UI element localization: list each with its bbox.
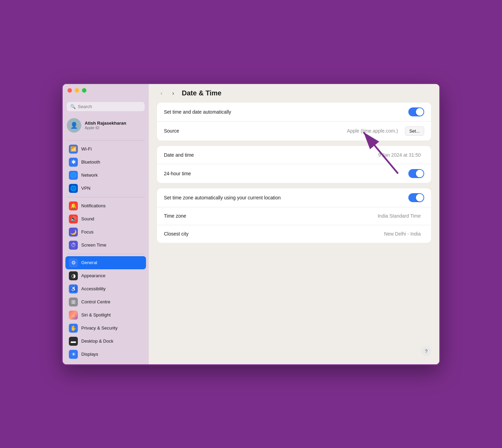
main-content-area: ‹ › Date & Time Set time and date automa… bbox=[149, 84, 439, 364]
general-icon: ⚙ bbox=[69, 258, 78, 267]
search-input[interactable] bbox=[78, 104, 141, 109]
24hour-right bbox=[408, 169, 424, 178]
privacy-icon: ✋ bbox=[69, 324, 78, 333]
timezone-card: Set time zone automatically using your c… bbox=[157, 188, 431, 243]
auto-timezone-right bbox=[408, 193, 424, 202]
siri-icon: ⬦ bbox=[69, 311, 78, 320]
minimize-button[interactable] bbox=[75, 88, 79, 93]
date-time-row: Date and time 9 Jan 2024 at 31:50 bbox=[157, 146, 431, 164]
closest-city-right: New Delhi - India bbox=[384, 231, 424, 237]
sidebar-item-label: Screen Time bbox=[81, 242, 106, 248]
user-name: Atish Rajasekharan bbox=[85, 121, 126, 126]
controlcentre-icon: ⊞ bbox=[69, 298, 78, 306]
maximize-button[interactable] bbox=[82, 88, 86, 93]
set-button[interactable]: Set... bbox=[405, 126, 424, 136]
24hour-label: 24-hour time bbox=[164, 171, 191, 176]
sidebar-item-desktop[interactable]: ▬ Desktop & Dock bbox=[65, 335, 146, 348]
user-subtitle: Apple ID bbox=[85, 126, 126, 130]
source-right: Apple (time.apple.com.) Set... bbox=[347, 126, 424, 136]
sidebar-section-network: 📶 Wi-Fi ✱ Bluetooth 🌐 Network 🌐 VPN bbox=[63, 143, 149, 195]
sidebar-item-appearance[interactable]: ◑ Appearance bbox=[65, 269, 146, 282]
desktop-icon: ▬ bbox=[69, 337, 78, 346]
search-bar[interactable]: 🔍 bbox=[67, 102, 145, 111]
closest-city-label: Closest city bbox=[164, 231, 189, 237]
settings-content: Set time and date automatically Source A… bbox=[149, 103, 439, 364]
sidebar-item-label: Network bbox=[81, 173, 98, 178]
sidebar-item-label: Focus bbox=[81, 229, 93, 235]
screentime-icon: ⏱ bbox=[69, 241, 78, 250]
avatar: 👤 bbox=[67, 118, 81, 133]
forward-button[interactable]: › bbox=[169, 89, 178, 98]
displays-icon: ☀ bbox=[69, 350, 78, 359]
24hour-row: 24-hour time bbox=[157, 164, 431, 183]
sidebar-item-focus[interactable]: 🌙 Focus bbox=[65, 226, 146, 239]
sidebar-item-label: Control Centre bbox=[81, 299, 111, 304]
date-time-card: Date and time 9 Jan 2024 at 31:50 24-hou… bbox=[157, 146, 431, 183]
bluetooth-icon: ✱ bbox=[69, 158, 78, 167]
close-button[interactable] bbox=[67, 88, 72, 93]
sidebar-item-label: Wi-Fi bbox=[81, 146, 92, 152]
sidebar-item-privacy[interactable]: ✋ Privacy & Security bbox=[65, 322, 146, 335]
closest-city-value: New Delhi - India bbox=[384, 231, 421, 237]
sidebar-item-label: Privacy & Security bbox=[81, 325, 117, 331]
date-time-right: 9 Jan 2024 at 31:50 bbox=[378, 152, 424, 158]
source-value: Apple (time.apple.com.) bbox=[347, 128, 398, 134]
sidebar-item-siri[interactable]: ⬦ Siri & Spotlight bbox=[65, 309, 146, 322]
sidebar-item-label: Appearance bbox=[81, 273, 105, 278]
sidebar-item-notifications[interactable]: 🔔 Notifications bbox=[65, 199, 146, 212]
sidebar-item-displays[interactable]: ☀ Displays bbox=[65, 348, 146, 361]
sidebar-item-wifi[interactable]: 📶 Wi-Fi bbox=[65, 143, 146, 156]
wifi-icon: 📶 bbox=[69, 145, 78, 154]
sidebar-item-bluetooth[interactable]: ✱ Bluetooth bbox=[65, 156, 146, 169]
source-label: Source bbox=[164, 128, 179, 134]
timezone-row: Time zone India Standard Time bbox=[157, 207, 431, 225]
date-time-label: Date and time bbox=[164, 152, 194, 158]
24hour-toggle[interactable] bbox=[408, 169, 424, 178]
divider bbox=[67, 140, 145, 140]
source-row: Source Apple (time.apple.com.) Set... bbox=[157, 121, 431, 140]
auto-time-label: Set time and date automatically bbox=[164, 109, 231, 115]
sidebar-item-vpn[interactable]: 🌐 VPN bbox=[65, 182, 146, 195]
sidebar-item-label: Accessibility bbox=[81, 286, 106, 291]
divider bbox=[67, 254, 145, 254]
sidebar-section-notifications: 🔔 Notifications 🔊 Sound 🌙 Focus ⏱ Screen… bbox=[63, 199, 149, 252]
auto-time-toggle[interactable] bbox=[408, 107, 424, 116]
auto-time-row: Set time and date automatically bbox=[157, 103, 431, 121]
auto-time-right bbox=[408, 107, 424, 116]
main-header: ‹ › Date & Time bbox=[149, 84, 439, 103]
sidebar-item-label: Desktop & Dock bbox=[81, 338, 113, 344]
vpn-icon: 🌐 bbox=[69, 184, 78, 193]
sidebar-item-label: VPN bbox=[81, 186, 91, 191]
search-icon: 🔍 bbox=[70, 104, 76, 109]
sidebar: 🔍 👤 Atish Rajasekharan Apple ID 📶 Wi-Fi … bbox=[63, 84, 149, 364]
sidebar-item-label: General bbox=[81, 260, 97, 265]
timezone-right: India Standard Time bbox=[378, 213, 424, 219]
sidebar-item-screentime[interactable]: ⏱ Screen Time bbox=[65, 239, 146, 252]
date-time-value: 9 Jan 2024 at 31:50 bbox=[378, 152, 421, 158]
auto-timezone-label: Set time zone automatically using your c… bbox=[164, 195, 281, 200]
auto-time-card: Set time and date automatically Source A… bbox=[157, 103, 431, 140]
focus-icon: 🌙 bbox=[69, 228, 78, 237]
closest-city-row: Closest city New Delhi - India bbox=[157, 225, 431, 243]
back-button[interactable]: ‹ bbox=[157, 89, 166, 98]
sidebar-item-network[interactable]: 🌐 Network bbox=[65, 169, 146, 182]
sidebar-section-general: ⚙ General ◑ Appearance ♿ Accessibility ⊞… bbox=[63, 256, 149, 361]
accessibility-icon: ♿ bbox=[69, 284, 78, 293]
divider bbox=[67, 197, 145, 197]
sidebar-item-label: Bluetooth bbox=[81, 159, 100, 165]
sidebar-item-label: Siri & Spotlight bbox=[81, 312, 111, 317]
user-profile[interactable]: 👤 Atish Rajasekharan Apple ID bbox=[63, 115, 149, 135]
sidebar-item-controlcentre[interactable]: ⊞ Control Centre bbox=[65, 295, 146, 309]
auto-timezone-row: Set time zone automatically using your c… bbox=[157, 188, 431, 207]
user-info: Atish Rajasekharan Apple ID bbox=[85, 121, 126, 130]
help-button[interactable]: ? bbox=[421, 346, 431, 356]
auto-timezone-toggle[interactable] bbox=[408, 193, 424, 202]
network-icon: 🌐 bbox=[69, 171, 78, 180]
sidebar-item-sound[interactable]: 🔊 Sound bbox=[65, 212, 146, 226]
sidebar-item-label: Displays bbox=[81, 352, 98, 357]
sidebar-item-accessibility[interactable]: ♿ Accessibility bbox=[65, 282, 146, 295]
appearance-icon: ◑ bbox=[69, 271, 78, 280]
titlebar bbox=[63, 84, 149, 97]
page-title: Date & Time bbox=[182, 89, 221, 97]
sidebar-item-general[interactable]: ⚙ General bbox=[65, 256, 146, 269]
